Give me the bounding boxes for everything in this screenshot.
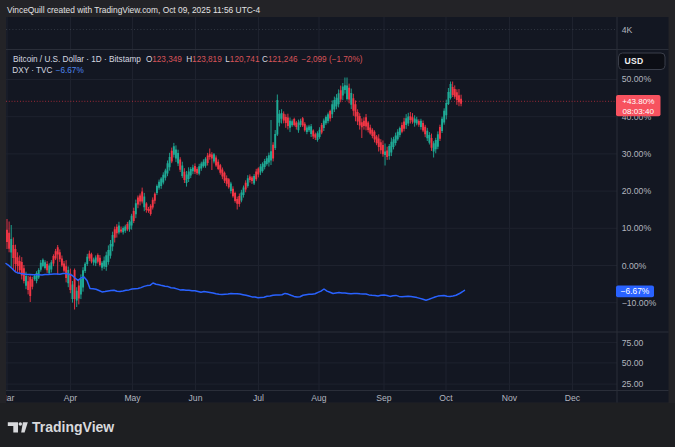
svg-text:−6.67%: −6.67%: [621, 286, 650, 296]
svg-text:4K: 4K: [622, 25, 633, 35]
svg-text:Jul: Jul: [253, 393, 264, 403]
svg-text:Apr: Apr: [64, 393, 78, 403]
svg-text:75.00: 75.00: [622, 338, 644, 348]
svg-text:Sep: Sep: [376, 393, 392, 403]
svg-text:Aug: Aug: [311, 393, 327, 403]
svg-text:May: May: [124, 393, 141, 403]
svg-text:TradingView: TradingView: [32, 419, 114, 435]
svg-text:Jun: Jun: [189, 393, 203, 403]
svg-text:Bitcoin / U.S. Dollar · 1D · B: Bitcoin / U.S. Dollar · 1D · BitstampO12…: [13, 55, 363, 64]
svg-text:USD: USD: [625, 56, 644, 66]
svg-text:VinceQuill created with Tradin: VinceQuill created with TradingView.com,…: [7, 5, 261, 15]
svg-text:20.00%: 20.00%: [622, 186, 652, 196]
svg-text:Dec: Dec: [565, 393, 581, 403]
svg-text:25.00: 25.00: [622, 379, 644, 389]
svg-text:+43.80%: +43.80%: [622, 97, 654, 106]
svg-text:10.00%: 10.00%: [622, 223, 652, 233]
svg-text:Nov: Nov: [502, 393, 518, 403]
svg-text:50.00: 50.00: [622, 358, 644, 368]
svg-text:−10.00%: −10.00%: [622, 298, 657, 308]
svg-text:08:03:40: 08:03:40: [623, 107, 655, 116]
svg-text:0.00%: 0.00%: [622, 261, 647, 271]
svg-text:50.00%: 50.00%: [622, 74, 652, 84]
svg-text:DXY · TVC−6.67%: DXY · TVC−6.67%: [12, 66, 83, 75]
svg-text:Oct: Oct: [439, 393, 453, 403]
svg-text:30.00%: 30.00%: [622, 149, 652, 159]
